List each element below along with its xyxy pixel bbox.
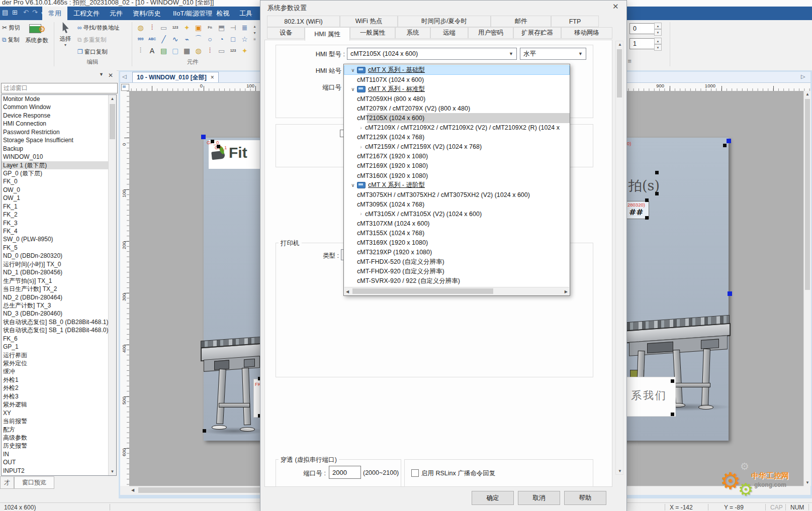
- numeric-button-icon[interactable]: 123: [169, 22, 181, 33]
- model-option[interactable]: cMT3095X (1024 x 768): [344, 199, 570, 209]
- table-icon[interactable]: ▦: [181, 45, 193, 56]
- list-item[interactable]: Common Window: [2, 103, 116, 111]
- model-option[interactable]: cMT3075XH / cMT3075XH2 / cMT3075XH2 (V2)…: [344, 190, 570, 199]
- tab-nav-right-icon[interactable]: ▷: [801, 73, 805, 80]
- list-item[interactable]: 生产节拍(s)] TX_1: [2, 277, 116, 285]
- tab-nav-left-icon[interactable]: ◁: [122, 73, 126, 80]
- scroll-up-icon[interactable]: ▲: [109, 95, 116, 103]
- tab-remote[interactable]: 远端: [430, 27, 468, 39]
- model-option[interactable]: cMT2169X (1920 x 1080): [344, 161, 570, 171]
- select-button[interactable]: 选择 ▾: [56, 22, 75, 47]
- wave-icon[interactable]: ∿: [169, 33, 181, 45]
- state-spinner-bottom[interactable]: 1: [629, 38, 657, 49]
- numeric2-icon[interactable]: 123: [227, 45, 239, 56]
- list-item[interactable]: 状自动状态复位] SB_0 (DB28Bit-468.1): [2, 318, 116, 326]
- list-item[interactable]: FK_2: [2, 211, 116, 219]
- list-item[interactable]: 外检2: [2, 384, 116, 392]
- state-spinner-top[interactable]: 0: [629, 23, 657, 34]
- frame-icon[interactable]: ▢: [169, 45, 181, 56]
- tag2-icon[interactable]: ✦: [239, 45, 250, 56]
- list-item[interactable]: FK_3: [2, 219, 116, 227]
- list-item[interactable]: ND_1 (DBDn-280456): [2, 268, 116, 276]
- model-option[interactable]: cMT2105X (1024 x 600): [344, 113, 570, 123]
- ascii-icon[interactable]: ABC: [146, 33, 158, 45]
- list-item[interactable]: OW_1: [2, 194, 116, 202]
- sidebar-close-icon[interactable]: ✕: [108, 72, 113, 79]
- tag-icon[interactable]: ✦: [181, 22, 193, 33]
- hmi-model-combobox[interactable]: cMT2105X (1024 x 600)▼: [347, 48, 517, 60]
- list-item[interactable]: Device Response: [2, 112, 116, 120]
- tab-close-icon[interactable]: ×: [211, 74, 214, 81]
- model-series-row[interactable]: ∨cMT X 系列 - 标准型: [344, 84, 570, 94]
- rslinx-checkbox[interactable]: [411, 469, 419, 477]
- numeric-999-icon[interactable]: 999: [135, 33, 146, 45]
- canvas-vscrollbar[interactable]: ▲ ▼: [803, 91, 811, 486]
- tab-window-preview[interactable]: 窗口预览: [14, 476, 54, 489]
- copy-button[interactable]: ⧉复制: [2, 36, 20, 44]
- pie-icon[interactable]: ◔: [216, 33, 227, 45]
- star-icon[interactable]: ☆: [239, 33, 250, 45]
- save-icon[interactable]: ▤: [2, 9, 8, 16]
- ribbon-tab-home[interactable]: 常用: [42, 7, 67, 20]
- list-item[interactable]: 状自动状态复位] SB_1 (DB28Bit-468.0): [2, 326, 116, 334]
- model-option[interactable]: ›cMT2109X / cMT2109X2 / cMT2109X2 (V2) /…: [344, 123, 570, 133]
- scale-icon[interactable]: ⫶: [135, 45, 146, 56]
- line-icon[interactable]: ╱: [158, 33, 169, 45]
- list-item[interactable]: FK_5: [2, 244, 116, 252]
- ribbon-tab-project[interactable]: 工程文件: [67, 7, 106, 20]
- passthrough-port-input[interactable]: 2000: [329, 466, 361, 479]
- list-item[interactable]: Backup: [2, 145, 116, 153]
- chevron-collapsed-icon[interactable]: ›: [357, 125, 365, 131]
- cut-button[interactable]: ✂剪切: [2, 24, 20, 32]
- tab-wifi-hotspot[interactable]: WiFi 热点: [340, 16, 398, 27]
- list-item[interactable]: 高级参数: [2, 434, 116, 442]
- tab-ftp[interactable]: FTP: [551, 16, 599, 27]
- list-item[interactable]: GP_0 (最下层): [2, 169, 116, 177]
- sidebar-scrollbar[interactable]: ▲ ▼: [108, 95, 116, 475]
- model-option[interactable]: cMT3219XP (1920 x 1080): [344, 248, 570, 257]
- set-word-icon[interactable]: ▭: [216, 45, 227, 56]
- dialog-scrollbar[interactable]: ▲ ▼: [615, 41, 623, 475]
- select-dropdown-icon[interactable]: ▾: [56, 43, 75, 47]
- list-item[interactable]: Layer 1 (最下层): [2, 161, 116, 169]
- list-item[interactable]: GP_1: [2, 343, 116, 351]
- find-replace-address-button[interactable]: ∞寻找/替换地址: [77, 24, 120, 32]
- model-option[interactable]: cMT2079X / cMT2079X (V2) (800 x 480): [344, 104, 570, 113]
- tab-email[interactable]: 邮件: [491, 16, 551, 27]
- scroll-left-icon[interactable]: ◀: [131, 488, 134, 492]
- list-item[interactable]: FK_0: [2, 177, 116, 185]
- model-option[interactable]: cMT-FHDX-520 (自定义分辨率): [344, 257, 570, 267]
- tab-system[interactable]: 系统: [395, 27, 430, 39]
- word-lamp-icon[interactable]: ⦙: [146, 22, 158, 33]
- list-item[interactable]: OUT: [2, 458, 116, 466]
- list-item[interactable]: FK_1: [2, 202, 116, 211]
- list-item[interactable]: 当日生产计数] TX_2: [2, 285, 116, 293]
- list-item[interactable]: FK_4: [2, 227, 116, 235]
- model-option[interactable]: cMT3107XM (1024 x 600): [344, 219, 570, 229]
- list-item[interactable]: Password Restriction: [2, 128, 116, 136]
- circle-icon[interactable]: ○: [204, 33, 216, 45]
- ok-button[interactable]: 确定: [472, 491, 514, 505]
- window-copy-button[interactable]: ❐窗口复制: [77, 48, 108, 56]
- filter-window-input[interactable]: 过滤窗口: [1, 83, 118, 93]
- polyline-icon[interactable]: ⌁: [181, 33, 193, 45]
- bit-lamp-icon[interactable]: ◍: [135, 22, 146, 33]
- tab-cellular-network[interactable]: 移动网络: [561, 27, 612, 39]
- model-option[interactable]: ›cMT3105X / cMT3105X (V2) (1024 x 600): [344, 209, 570, 219]
- model-series-row[interactable]: ∨cMT X 系列 - 进阶型: [344, 180, 570, 190]
- chevron-collapsed-icon[interactable]: ›: [357, 144, 365, 150]
- list-item[interactable]: 当前报警: [2, 417, 116, 425]
- list-item[interactable]: 配方: [2, 426, 116, 434]
- model-option[interactable]: cMT2059XH (800 x 480): [344, 94, 570, 104]
- tab-device[interactable]: 设备: [267, 27, 305, 39]
- list-item[interactable]: FK_6: [2, 335, 116, 343]
- tab-object-list-cut[interactable]: 才: [0, 476, 14, 489]
- list-item[interactable]: OW_0: [2, 186, 116, 194]
- list-item[interactable]: 运行时间(小时)] TX_0: [2, 260, 116, 268]
- selection-handle-blue[interactable]: [728, 291, 732, 296]
- system-parameters-button[interactable]: ⚙ 系统参数: [21, 22, 52, 44]
- list-item[interactable]: 外检3: [2, 392, 116, 400]
- help-button[interactable]: 帮助: [564, 491, 606, 505]
- model-option[interactable]: cMT2129X (1024 x 768): [344, 133, 570, 142]
- tab-time-sync[interactable]: 时间同步/夏令时: [398, 16, 491, 27]
